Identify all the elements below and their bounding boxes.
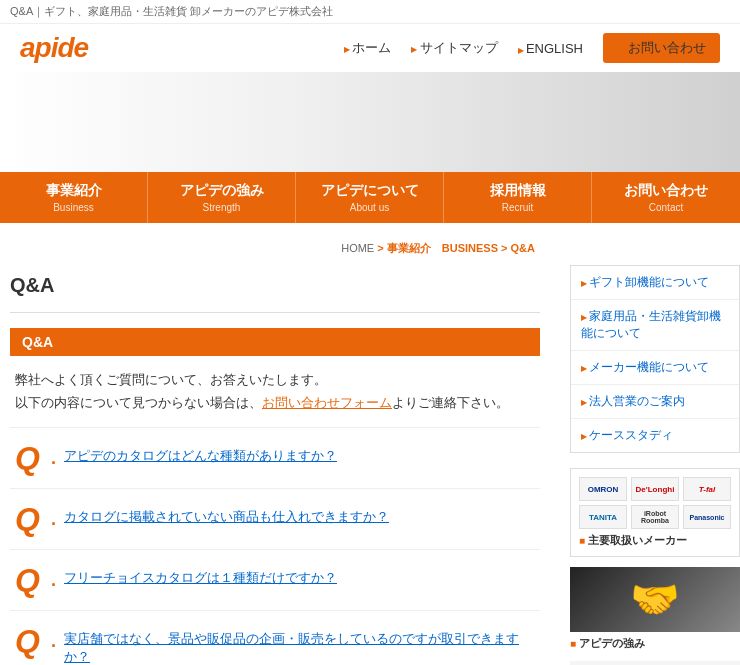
nav-item-strength[interactable]: アピデの強み Strength: [148, 172, 296, 223]
sidebar-link-case[interactable]: ケーススタディ: [581, 428, 673, 442]
nav-item-strength-en: Strength: [153, 202, 290, 213]
sidebar-strength-label[interactable]: アピデの強み: [570, 636, 740, 651]
qa-item-3: Q . フリーチョイスカタログは１種類だけですか？: [10, 550, 540, 611]
qa-intro-text2: 以下の内容について見つからない場合は、: [15, 395, 262, 410]
qa-text-2[interactable]: カタログに掲載されていない商品も仕入れできますか？: [64, 503, 389, 526]
hero-banner: [0, 72, 740, 172]
breadcrumb-sep2: >: [501, 242, 510, 254]
brand-irobot: iRobot Roomba: [631, 505, 679, 529]
qa-item-2: Q . カタログに掲載されていない商品も仕入れできますか？: [10, 489, 540, 550]
hero-banner-inner: [0, 72, 740, 172]
qa-intro: 弊社へよく頂くご質問について、お答えいたします。 以下の内容について見つからない…: [10, 356, 540, 428]
brand-panasonic: Panasonic: [683, 505, 731, 529]
nav-item-recruit-en: Recruit: [449, 202, 586, 213]
sidebar-item-maker[interactable]: メーカー機能について: [571, 351, 739, 385]
brand-logos: OMRON De'Longhi T-fal TANITA iRobot Room…: [570, 468, 740, 557]
qa-dot-1: .: [51, 448, 56, 469]
qa-text-3[interactable]: フリーチョイスカタログは１種類だけですか？: [64, 564, 337, 587]
qa-dot-3: .: [51, 570, 56, 591]
brand-section-label: 主要取扱いメーカー: [579, 533, 731, 548]
qa-intro-text3: よりご連絡下さい。: [392, 395, 509, 410]
nav-item-business[interactable]: 事業紹介 Business: [0, 172, 148, 223]
qa-intro-text1: 弊社へよく頂くご質問について、お答えいたします。: [15, 372, 327, 387]
main-nav: 事業紹介 Business アピデの強み Strength アピデについて Ab…: [0, 172, 740, 223]
qa-q-3: Q: [15, 564, 43, 596]
sidebar-menu: ギフト卸機能について 家庭用品・生活雑貨卸機能について メーカー機能について 法…: [570, 265, 740, 453]
nav-item-contact-ja: お問い合わせ: [597, 182, 735, 200]
top-bar-text: Q&A｜ギフト、家庭用品・生活雑貨 卸メーカーのアピデ株式会社: [10, 5, 333, 17]
nav-item-about-ja: アピデについて: [301, 182, 438, 200]
nav-home[interactable]: ホーム: [344, 39, 391, 57]
qa-q-1: Q: [15, 442, 43, 474]
sidebar-item-household[interactable]: 家庭用品・生活雑貨卸機能について: [571, 300, 739, 351]
qa-text-4[interactable]: 実店舗ではなく、景品や販促品の企画・販売をしているのですが取引できますか？: [64, 625, 535, 665]
qa-item-1: Q . アピデのカタログはどんな種類がありますか？: [10, 428, 540, 489]
main-content: HOME > 事業紹介 BUSINESS > Q&A Q&A Q&A 弊社へよく…: [0, 223, 560, 665]
brand-omron: OMRON: [579, 477, 627, 501]
breadcrumb-sep1: >: [377, 242, 386, 254]
qa-q-4: Q: [15, 625, 43, 657]
qa-item-4: Q . 実店舗ではなく、景品や販促品の企画・販売をしているのですが取引できますか…: [10, 611, 540, 665]
sidebar-case-image: Q &A: [570, 661, 740, 665]
nav-item-contact[interactable]: お問い合わせ Contact: [592, 172, 740, 223]
nav-item-business-en: Business: [5, 202, 142, 213]
nav-english[interactable]: ENGLISH: [518, 41, 583, 56]
sidebar-strength-image: 🤝: [570, 567, 740, 632]
qa-dot-4: .: [51, 631, 56, 652]
sidebar-item-gift[interactable]: ギフト卸機能について: [571, 266, 739, 300]
qa-section-title: Q&A: [10, 328, 540, 356]
header-nav: ホーム サイトマップ ENGLISH お問い合わせ: [344, 33, 720, 63]
sidebar-link-corporate[interactable]: 法人営業のご案内: [581, 394, 685, 408]
brand-tfal: T-fal: [683, 477, 731, 501]
header: apide ホーム サイトマップ ENGLISH お問い合わせ: [0, 24, 740, 72]
handshake-icon: 🤝: [630, 576, 680, 623]
breadcrumb-business[interactable]: 事業紹介 BUSINESS: [387, 242, 498, 254]
nav-item-about[interactable]: アピデについて About us: [296, 172, 444, 223]
nav-item-recruit[interactable]: 採用情報 Recruit: [444, 172, 592, 223]
qa-q-2: Q: [15, 503, 43, 535]
qa-intro-link[interactable]: お問い合わせフォーム: [262, 395, 392, 410]
breadcrumb-home[interactable]: HOME: [341, 242, 374, 254]
breadcrumb: HOME > 事業紹介 BUSINESS > Q&A: [10, 233, 540, 264]
qa-section: Q&A 弊社へよく頂くご質問について、お答えいたします。 以下の内容について見つ…: [10, 328, 540, 665]
top-bar: Q&A｜ギフト、家庭用品・生活雑貨 卸メーカーのアピデ株式会社: [0, 0, 740, 24]
brand-logos-grid: OMRON De'Longhi T-fal TANITA iRobot Room…: [579, 477, 731, 529]
qa-dot-2: .: [51, 509, 56, 530]
sidebar-link-gift[interactable]: ギフト卸機能について: [581, 275, 709, 289]
nav-item-strength-ja: アピデの強み: [153, 182, 290, 200]
nav-contact-button[interactable]: お問い合わせ: [603, 33, 720, 63]
nav-item-recruit-ja: 採用情報: [449, 182, 586, 200]
nav-sitemap[interactable]: サイトマップ: [411, 39, 497, 57]
content-wrapper: HOME > 事業紹介 BUSINESS > Q&A Q&A Q&A 弊社へよく…: [0, 223, 740, 665]
sidebar-item-case[interactable]: ケーススタディ: [571, 419, 739, 452]
sidebar: ギフト卸機能について 家庭用品・生活雑貨卸機能について メーカー機能について 法…: [560, 223, 740, 665]
nav-item-about-en: About us: [301, 202, 438, 213]
sidebar-link-maker[interactable]: メーカー機能について: [581, 360, 709, 374]
brand-tanita: TANITA: [579, 505, 627, 529]
nav-item-business-ja: 事業紹介: [5, 182, 142, 200]
nav-item-contact-en: Contact: [597, 202, 735, 213]
page-title: Q&A: [10, 264, 540, 313]
qa-text-1[interactable]: アピデのカタログはどんな種類がありますか？: [64, 442, 337, 465]
brand-delonghi: De'Longhi: [631, 477, 679, 501]
sidebar-link-household[interactable]: 家庭用品・生活雑貨卸機能について: [581, 309, 721, 340]
sidebar-item-corporate[interactable]: 法人営業のご案内: [571, 385, 739, 419]
breadcrumb-current: Q&A: [511, 242, 535, 254]
logo[interactable]: apide: [20, 32, 88, 64]
